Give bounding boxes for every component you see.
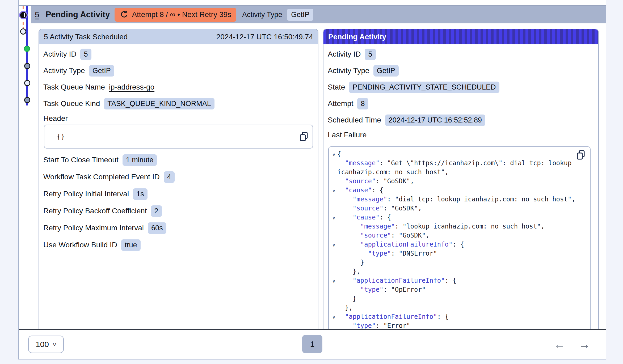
pending-activity-panel: Pending Activity Activity ID5Activity Ty…: [323, 29, 599, 329]
header-section-label: Header: [43, 114, 314, 123]
collapse-chevron-icon[interactable]: ∨: [330, 150, 337, 159]
field-label: Retry Policy Initial Interval: [43, 190, 129, 198]
right-panel-title: Pending Activity: [328, 33, 386, 41]
retry-status-badge: Attempt 8 / ∞ • Next Retry 39s: [115, 8, 236, 22]
right-panel-body: Activity ID5Activity TypeGetIPStatePENDI…: [323, 44, 598, 329]
collapse-chevron-icon[interactable]: ∨: [330, 186, 337, 195]
right-panel-header: Pending Activity: [323, 29, 598, 44]
field-value-badge: 2: [151, 205, 162, 217]
code-text: "cause": {: [337, 186, 383, 195]
retry-icon: [120, 10, 129, 19]
field-value-link[interactable]: ip-address-go: [109, 83, 154, 91]
code-line: }: [330, 258, 587, 267]
event-detail-panels: 5 Activity Task Scheduled 2024-12-17 UTC…: [39, 29, 599, 329]
field-value-badge: GetIP: [373, 65, 399, 77]
field-value-badge: 5: [80, 49, 91, 60]
timeline-dot-filled[interactable]: [24, 97, 30, 103]
retry-status-text: Attempt 8 / ∞ • Next Retry 39s: [132, 10, 231, 19]
field-row: Attempt8: [328, 98, 594, 110]
code-gutter: [330, 321, 337, 329]
field-row: Retry Policy Initial Interval1s: [43, 188, 314, 200]
field-value-badge: TASK_QUEUE_KIND_NORMAL: [104, 98, 214, 109]
next-page-arrow[interactable]: →: [579, 338, 590, 351]
field-value-badge: 1s: [133, 188, 148, 200]
header-code-box: {}: [44, 125, 313, 149]
field-row: Retry Policy Backoff Coefficient2: [43, 205, 314, 217]
timeline-dot-open[interactable]: [20, 28, 26, 35]
code-line: "type": "DNSError": [330, 249, 587, 258]
field-value-badge: 2024-12-17 UTC 16:52:52.89: [385, 115, 485, 126]
code-line: "source": "GoSDK",: [330, 177, 587, 186]
header-code-content: {}: [57, 133, 65, 141]
code-gutter: [330, 177, 337, 186]
pending-activity-header-bar[interactable]: 5 Pending Activity Attempt 8 / ∞ • Next …: [31, 6, 606, 23]
field-row: Activity TypeGetIP: [43, 65, 314, 77]
timeline-dot-filled[interactable]: [24, 63, 30, 69]
timeline-pending-line: [23, 6, 24, 31]
code-text: "type": "DNSError": [337, 249, 437, 258]
field-value-badge: 4: [164, 171, 175, 183]
code-line: "type": "OpError": [330, 285, 587, 294]
code-text: }: [337, 258, 364, 267]
code-gutter: [330, 267, 337, 276]
code-line: "type": "Error": [330, 321, 587, 329]
code-gutter: [330, 303, 337, 312]
event-title: Pending Activity: [46, 10, 110, 19]
field-value-badge: GetIP: [89, 65, 114, 77]
chevron-down-icon: ˅: [53, 341, 56, 349]
copy-icon[interactable]: [299, 131, 309, 142]
field-row: StatePENDING_ACTIVITY_STATE_SCHEDULED: [328, 81, 594, 93]
activity-task-scheduled-panel: 5 Activity Task Scheduled 2024-12-17 UTC…: [39, 29, 318, 329]
timeline-dot-success[interactable]: [24, 46, 30, 52]
timeline-line: [26, 6, 28, 105]
collapse-chevron-icon[interactable]: ∨: [330, 276, 337, 285]
collapse-chevron-icon[interactable]: ∨: [330, 312, 337, 321]
code-line: ∨ "applicationFailureInfo": {: [330, 240, 587, 249]
event-id-link[interactable]: 5: [35, 10, 39, 19]
left-field-list-2: Start To Close Timeout1 minuteWorkflow T…: [43, 154, 314, 251]
field-label: Use Workflow Build ID: [43, 241, 117, 249]
field-row: Task Queue KindTASK_QUEUE_KIND_NORMAL: [43, 98, 314, 110]
code-text: "source": "GoSDK",: [337, 204, 422, 213]
code-text: "type": "OpError": [337, 285, 426, 294]
code-text: "applicationFailureInfo": {: [337, 240, 464, 249]
page: { "header_bar": { "event_id": "5", "titl…: [0, 0, 623, 364]
field-row: Activity ID5: [43, 48, 314, 60]
field-label: Activity ID: [328, 50, 361, 58]
prev-page-arrow[interactable]: ←: [554, 338, 565, 351]
left-panel-header: 5 Activity Task Scheduled 2024-12-17 UTC…: [39, 29, 318, 44]
copy-icon[interactable]: [576, 150, 586, 160]
code-gutter: [330, 195, 337, 204]
page-size-select[interactable]: 100 ˅: [28, 336, 64, 353]
timeline-dot-current[interactable]: [20, 12, 27, 18]
last-failure-code-box: ∨{ "message": "Get \"https://icanhazip.c…: [328, 146, 591, 329]
code-line: }: [330, 294, 587, 303]
code-text: },: [337, 267, 360, 276]
code-gutter: [330, 231, 337, 240]
left-panel-title: 5 Activity Task Scheduled: [44, 33, 128, 41]
code-text: icanhazip.com: no such host",: [337, 168, 449, 177]
field-label: Scheduled Time: [328, 116, 381, 124]
collapse-chevron-icon[interactable]: ∨: [330, 213, 337, 222]
code-line: "source": "GoSDK",: [330, 231, 587, 240]
code-line: "message": "lookup icanhazip.com: no suc…: [330, 222, 587, 231]
code-text: "message": "lookup icanhazip.com: no suc…: [337, 222, 545, 231]
field-value-badge: PENDING_ACTIVITY_STATE_SCHEDULED: [349, 82, 499, 93]
left-field-list: Activity ID5Activity TypeGetIPTask Queue…: [43, 48, 314, 110]
code-text: "applicationFailureInfo": {: [337, 276, 456, 285]
code-line: ∨ "cause": {: [330, 186, 587, 195]
field-label: State: [328, 83, 345, 91]
field-value-badge: true: [121, 239, 141, 251]
code-line: icanhazip.com: no such host",: [330, 168, 587, 177]
code-line: ∨ "applicationFailureInfo": {: [330, 312, 587, 321]
code-text: "source": "GoSDK",: [337, 177, 414, 186]
page-1-button[interactable]: 1: [302, 335, 322, 353]
field-row: Retry Policy Maximum Interval60s: [43, 222, 314, 234]
row-separator: [19, 0, 606, 6]
collapse-chevron-icon[interactable]: ∨: [330, 240, 337, 249]
code-text: "source": "GoSDK",: [337, 231, 430, 240]
field-label: Task Queue Name: [43, 83, 105, 91]
code-gutter: [330, 159, 337, 168]
activity-type-label: Activity Type: [242, 11, 282, 19]
timeline-dot-open[interactable]: [24, 80, 30, 86]
